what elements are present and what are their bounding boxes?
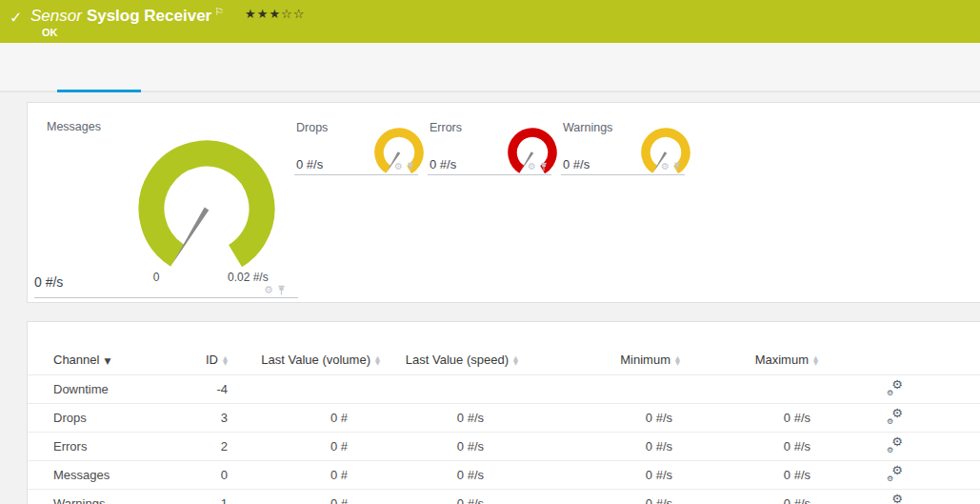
gauge-value: 0 #/s — [34, 274, 63, 290]
channel-id: -4 — [180, 375, 228, 404]
table-row: Messages 0 0 # 0 #/s 0 #/s 0 #/s ⚙⚙ — [28, 461, 980, 490]
sensor-header: ✓ SensorSyslog Receiver⚐★★★☆☆ OK — [0, 0, 980, 43]
gauge-divider — [428, 174, 551, 175]
gauge-title: Errors — [430, 121, 462, 134]
channel-minimum: 0 #/s — [518, 490, 680, 504]
gauge-title: Drops — [296, 121, 328, 134]
gauges-panel: Messages 0 0.02 #/s 0 #/s ⚙ Drops 0 #/s … — [27, 102, 980, 303]
channel-last-speed: 0 #/s — [380, 433, 518, 461]
channel-last-volume: 0 # — [228, 461, 380, 490]
gauge-title: Warnings — [563, 121, 612, 134]
gauge-divider — [561, 174, 685, 175]
gauge-drops[interactable]: Drops 0 #/s ⚙ — [294, 114, 418, 177]
channel-last-speed: 0 #/s — [380, 490, 518, 504]
channel-minimum: 0 #/s — [518, 404, 680, 433]
sensor-title: SensorSyslog Receiver⚐★★★☆☆ — [30, 7, 305, 26]
flag-icon[interactable]: ⚐ — [214, 6, 224, 18]
column-header-settings — [818, 345, 980, 375]
table-row: Errors 2 0 # 0 #/s 0 #/s 0 #/s ⚙⚙ — [28, 433, 980, 461]
table-row: Downtime -4 ⚙⚙ — [28, 375, 980, 404]
active-tab-indicator — [57, 90, 141, 92]
channel-last-volume — [228, 375, 380, 404]
gauge-value: 0 #/s — [563, 157, 590, 171]
column-header-channel[interactable]: Channel▼ — [28, 345, 180, 375]
gauge-settings-gear-icon[interactable]: ⚙ — [264, 284, 273, 296]
sort-icon: ▲▼ — [813, 356, 818, 366]
channel-maximum: 0 #/s — [680, 490, 818, 504]
gauge-scale-min: 0 — [147, 271, 166, 284]
channel-settings-gears-icon[interactable]: ⚙⚙ — [887, 467, 903, 480]
pin-icon[interactable] — [407, 162, 414, 171]
channel-id: 2 — [180, 433, 228, 461]
tab-bar: Overview Live Data 2 days 30 days 365 da… — [0, 43, 980, 92]
channel-name: Messages — [28, 461, 180, 490]
column-header-id[interactable]: ID▲▼ — [180, 345, 228, 375]
channel-name: Errors — [28, 433, 180, 461]
channel-minimum — [518, 375, 680, 404]
channel-last-volume: 0 # — [228, 404, 380, 433]
channel-maximum: 0 #/s — [680, 433, 818, 461]
channel-last-volume: 0 # — [228, 433, 380, 461]
gauge-scale-max: 0.02 #/s — [228, 271, 269, 284]
channel-last-speed: 0 #/s — [380, 461, 518, 490]
gauge-title: Messages — [47, 120, 101, 133]
pin-icon[interactable] — [673, 162, 681, 171]
column-header-maximum[interactable]: Maximum▲▼ — [680, 345, 818, 375]
sort-desc-icon: ▼ — [104, 356, 110, 366]
ok-check-icon: ✓ — [10, 9, 22, 27]
column-header-last-value-speed[interactable]: Last Value (speed)▲▼ — [380, 345, 518, 375]
channels-table: Channel▼ ID▲▼ Last Value (volume)▲▼ Last… — [28, 345, 980, 504]
channel-id: 3 — [180, 404, 228, 433]
gauge-divider — [34, 297, 298, 298]
sensor-kind-label: Sensor — [30, 7, 82, 25]
gauge-settings-gear-icon[interactable]: ⚙ — [528, 161, 536, 171]
priority-stars[interactable]: ★★★☆☆ — [245, 7, 305, 21]
gauge-dial — [506, 128, 559, 181]
channel-name: Warnings — [28, 490, 180, 504]
gauge-value: 0 #/s — [296, 157, 323, 171]
channel-settings-gears-icon[interactable]: ⚙⚙ — [887, 495, 903, 504]
channel-last-speed — [380, 375, 518, 404]
channel-id: 0 — [180, 461, 228, 490]
gauge-dial — [639, 128, 692, 181]
channel-settings-gears-icon[interactable]: ⚙⚙ — [887, 381, 903, 394]
column-header-last-value-volume[interactable]: Last Value (volume)▲▼ — [228, 345, 380, 375]
gauge-needle — [172, 208, 209, 265]
channel-name: Drops — [28, 404, 180, 433]
gauge-value: 0 #/s — [430, 157, 456, 171]
sort-icon: ▲▼ — [375, 356, 380, 366]
channel-minimum: 0 #/s — [518, 433, 680, 461]
channel-maximum: 0 #/s — [680, 461, 818, 490]
pin-icon[interactable] — [540, 162, 548, 171]
channel-maximum: 0 #/s — [680, 404, 818, 433]
gauge-settings-gear-icon[interactable]: ⚙ — [661, 161, 670, 171]
status-badge: OK — [42, 27, 58, 38]
channel-last-speed: 0 #/s — [380, 404, 518, 433]
channel-name: Downtime — [28, 375, 180, 404]
gauge-dial — [372, 128, 426, 181]
channel-last-volume: 0 # — [228, 490, 380, 504]
channels-panel: Channel▼ ID▲▼ Last Value (volume)▲▼ Last… — [27, 321, 980, 504]
sensor-name: Syslog Receiver — [87, 7, 211, 25]
channel-settings-gears-icon[interactable]: ⚙⚙ — [887, 410, 903, 423]
sort-icon: ▲▼ — [513, 356, 518, 366]
sort-icon: ▲▼ — [223, 356, 228, 366]
table-row: Warnings 1 0 # 0 #/s 0 #/s 0 #/s ⚙⚙ — [28, 490, 980, 504]
channel-maximum — [680, 375, 818, 404]
table-header-row: Channel▼ ID▲▼ Last Value (volume)▲▼ Last… — [28, 345, 980, 375]
gauge-dial — [135, 137, 278, 280]
channel-minimum: 0 #/s — [518, 461, 680, 490]
column-header-minimum[interactable]: Minimum▲▼ — [518, 345, 680, 375]
gauge-settings-gear-icon[interactable]: ⚙ — [394, 161, 403, 171]
gauge-errors[interactable]: Errors 0 #/s ⚙ — [428, 114, 551, 177]
sort-icon: ▲▼ — [675, 356, 680, 366]
gauge-divider — [294, 174, 418, 175]
channel-settings-gears-icon[interactable]: ⚙⚙ — [887, 438, 903, 452]
pin-icon[interactable] — [277, 285, 286, 295]
channel-id: 1 — [180, 490, 228, 504]
gauge-warnings[interactable]: Warnings 0 #/s ⚙ — [561, 114, 685, 177]
table-row: Drops 3 0 # 0 #/s 0 #/s 0 #/s ⚙⚙ — [28, 404, 980, 433]
